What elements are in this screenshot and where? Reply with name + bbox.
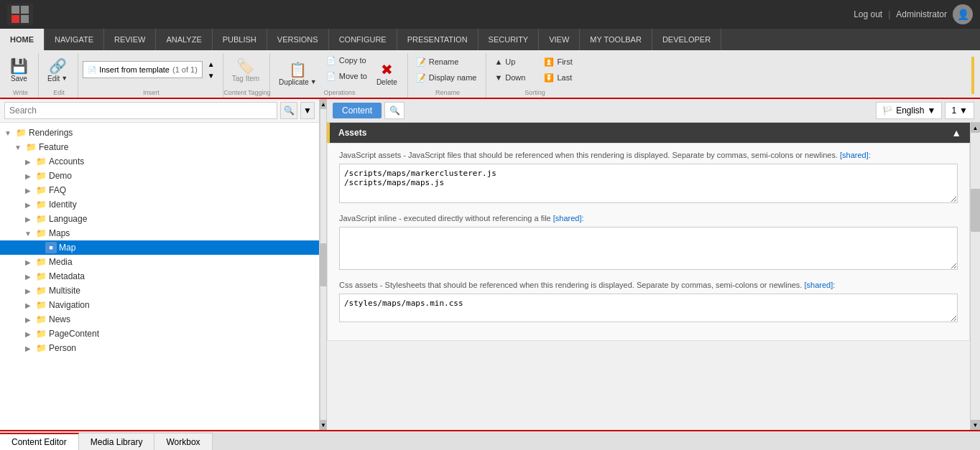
ribbon-group-insert: 📄 Insert from template (1 of 1) ▲ ▼ Inse… (80, 53, 223, 98)
tree-item-map[interactable]: ■ Map (0, 240, 319, 255)
rename-icon: 📝 (416, 57, 426, 67)
copy-icon: 📄 (326, 56, 336, 65)
tab-view[interactable]: VIEW (539, 29, 580, 50)
edit-label: Edit (47, 75, 60, 83)
sort-up-button[interactable]: ▲ Up (491, 55, 529, 69)
tag-item-button[interactable]: 🏷️ Tag Item (228, 53, 264, 88)
tab-publish[interactable]: PUBLISH (213, 29, 267, 50)
content-tagging-label: Content Tagging (223, 89, 270, 96)
ribbon-group-content-tagging: 🏷️ Tag Item Content Tagging (225, 53, 270, 98)
edit-button[interactable]: 🔗 Edit ▼ (43, 53, 72, 88)
css-assets-label: Css assets - Stylesheets that should be … (339, 281, 958, 289)
bottom-tab-media-library[interactable]: Media Library (79, 433, 155, 450)
logout-link[interactable]: Log out (854, 9, 882, 19)
content-scroll-thumb (971, 189, 981, 232)
language-dropdown[interactable]: 🏳️ English ▼ (876, 102, 942, 119)
tree-item-identity[interactable]: ▶ 📁 Identity (0, 197, 319, 212)
js-assets-shared-link[interactable]: [shared]: (840, 151, 871, 159)
sort-down-button[interactable]: ▼ Down (491, 70, 529, 85)
save-button[interactable]: 💾 Save (6, 53, 32, 88)
tree-item-person[interactable]: ▶ 📁 Person (0, 341, 319, 355)
version-dropdown[interactable]: 1 ▼ (945, 102, 974, 119)
bottom-tabs: Content Editor Media Library Workbox (0, 430, 980, 450)
insert-count-label: (1 of 1) (172, 65, 198, 74)
search-input[interactable] (4, 102, 277, 119)
js-inline-textarea[interactable] (339, 227, 958, 270)
display-name-icon: 📝 (416, 73, 426, 83)
person-icon: 📁 (35, 342, 47, 354)
tree-item-feature[interactable]: ▼ 📁 Feature (0, 140, 319, 154)
ribbon-tabs: HOME NAVIGATE REVIEW ANALYZE PUBLISH VER… (0, 29, 980, 50)
content-scrollbar[interactable]: ▲ ▼ (970, 123, 980, 430)
tree-item-media[interactable]: ▶ 📁 Media (0, 255, 319, 269)
tab-developer[interactable]: DEVELOPER (652, 29, 721, 50)
panel-body-assets: JavaScript assets - JavaScript files tha… (327, 143, 970, 341)
tab-review[interactable]: REVIEW (104, 29, 156, 50)
copy-to-button[interactable]: 📄 Copy to (323, 53, 371, 67)
username-label: Administrator (896, 9, 947, 19)
css-assets-textarea[interactable]: /styles/maps/maps.min.css (339, 294, 958, 322)
tree-item-language[interactable]: ▶ 📁 Language (0, 212, 319, 226)
feature-icon: 📁 (25, 141, 37, 153)
rename-button[interactable]: 📝 Rename (412, 55, 463, 69)
language-icon: 📁 (35, 213, 47, 225)
insert-stepper[interactable]: ▲ ▼ (205, 58, 217, 81)
multisite-icon: 📁 (35, 285, 47, 296)
tree-item-multisite[interactable]: ▶ 📁 Multisite (0, 283, 319, 298)
tab-navigate[interactable]: NAVIGATE (45, 29, 104, 50)
delete-icon: ✖ (381, 62, 393, 77)
scroll-thumb (320, 243, 327, 286)
tree-item-faq[interactable]: ▶ 📁 FAQ (0, 183, 319, 197)
panel-collapse-button[interactable]: ▲ (951, 127, 961, 139)
tree-item-renderings[interactable]: ▼ 📁 Renderings (0, 126, 319, 140)
tree-item-accounts[interactable]: ▶ 📁 Accounts (0, 154, 319, 169)
js-assets-textarea[interactable]: /scripts/maps/markerclusterer.js /script… (339, 164, 958, 203)
sort-last-button[interactable]: ⏬ Last (540, 70, 575, 85)
tree-item-pagecontent[interactable]: ▶ 📁 PageContent (0, 327, 319, 341)
css-assets-field: Css assets - Stylesheets that should be … (339, 281, 958, 324)
duplicate-button[interactable]: 📋 Duplicate ▼ (274, 57, 321, 91)
save-icon: 💾 (10, 59, 28, 73)
js-inline-shared-link[interactable]: [shared]: (553, 214, 584, 222)
sidebar-scrollbar[interactable]: ▲ ▼ (320, 99, 327, 430)
tab-home[interactable]: HOME (0, 29, 45, 50)
identity-icon: 📁 (35, 199, 47, 210)
tree-item-maps[interactable]: ▼ 📁 Maps (0, 226, 319, 240)
insert-up-btn[interactable]: ▲ (205, 58, 217, 70)
tree-item-news[interactable]: ▶ 📁 News (0, 312, 319, 327)
accounts-icon: 📁 (35, 156, 47, 167)
tab-my-toolbar[interactable]: MY TOOLBAR (580, 29, 652, 50)
navigation-icon: 📁 (35, 299, 47, 311)
sorting-group-label: Sorting (524, 89, 545, 96)
tree-item-demo[interactable]: ▶ 📁 Demo (0, 169, 319, 183)
tree: ▼ 📁 Renderings ▼ 📁 Feature ▶ 📁 Accounts … (0, 123, 319, 430)
top-bar: Log out | Administrator 👤 (0, 0, 980, 29)
tab-versions[interactable]: VERSIONS (267, 29, 329, 50)
tab-presentation[interactable]: PRESENTATION (397, 29, 479, 50)
tab-security[interactable]: SECURITY (479, 29, 540, 50)
tree-item-metadata[interactable]: ▶ 📁 Metadata (0, 269, 319, 283)
sort-first-button[interactable]: ⏫ First (540, 55, 575, 69)
app-logo (7, 4, 33, 25)
move-to-button[interactable]: 📄 Move to (323, 69, 371, 83)
insert-template-label: Insert from template (99, 65, 170, 74)
tree-item-navigation[interactable]: ▶ 📁 Navigation (0, 298, 319, 312)
insert-from-template-button[interactable]: 📄 Insert from template (1 of 1) (83, 61, 203, 78)
last-icon: ⏬ (544, 73, 554, 83)
map-icon: ■ (45, 242, 57, 253)
edit-group-label: Edit (53, 89, 65, 96)
up-icon: ▲ (494, 57, 502, 66)
bottom-tab-content-editor[interactable]: Content Editor (0, 433, 79, 450)
insert-down-btn[interactable]: ▼ (205, 70, 217, 81)
ribbon-content: 💾 Save Write 🔗 Edit ▼ Edit 📄 Insert fr (0, 50, 980, 99)
delete-button[interactable]: ✖ Delete (372, 57, 402, 91)
css-assets-shared-link[interactable]: [shared]: (805, 281, 836, 289)
rename-group-label: Rename (435, 89, 460, 96)
ribbon-group-sorting: ▲ Up ▼ Down ⏫ First ⏬ Last (488, 53, 581, 98)
display-name-button[interactable]: 📝 Display name (412, 70, 481, 85)
tab-configure[interactable]: CONFIGURE (329, 29, 397, 50)
tab-analyze[interactable]: ANALYZE (156, 29, 212, 50)
js-assets-field: JavaScript assets - JavaScript files tha… (339, 151, 958, 205)
bottom-tab-workbox[interactable]: Workbox (154, 433, 212, 450)
content-toolbar: Content 🔍 🏳️ English ▼ 1 ▼ (327, 99, 980, 123)
